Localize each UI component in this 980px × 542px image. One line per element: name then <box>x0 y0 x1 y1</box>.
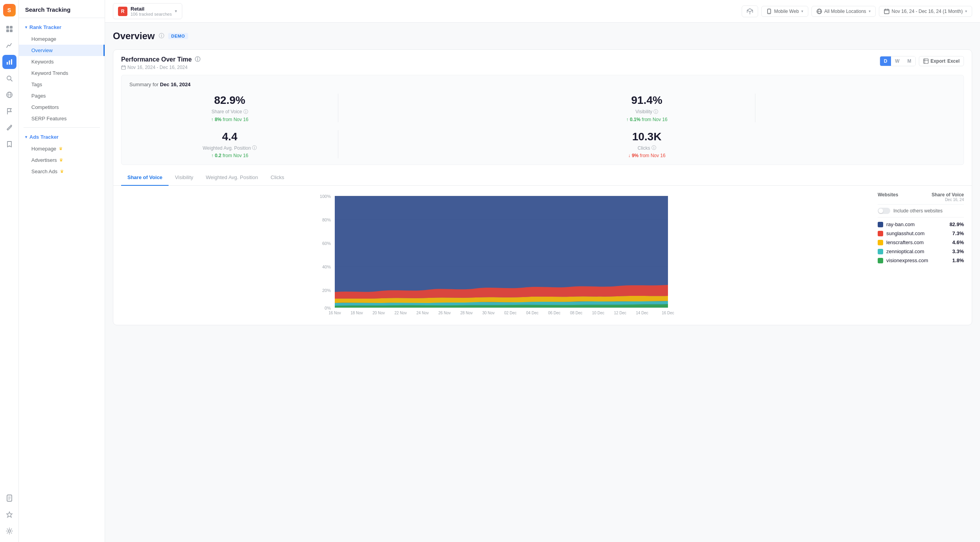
sidebar-item-tags[interactable]: Tags <box>19 79 105 90</box>
legend-share-label: Share of Voice <box>932 192 964 198</box>
svg-text:16 Nov: 16 Nov <box>328 311 341 315</box>
metric-change-visibility: ↑ 0.1% from Nov 16 <box>626 117 667 122</box>
date-range-selector[interactable]: Nov 16, 24 - Dec 16, 24 (1 Month) ▾ <box>879 6 972 17</box>
sidebar-item-pages[interactable]: Pages <box>19 90 105 102</box>
sidebar-item-label: Advertisers <box>31 157 57 163</box>
tab-share-of-voice[interactable]: Share of Voice <box>121 170 169 186</box>
period-btn-d[interactable]: D <box>880 56 891 66</box>
date-range-label: Nov 16, 24 - Dec 16, 24 (1 Month) <box>892 9 963 14</box>
rail-icon-globe[interactable] <box>2 88 16 102</box>
metric-value-sov: 82.9% <box>214 94 245 107</box>
rail-icon-star[interactable] <box>2 508 16 522</box>
legend-pct-rayban: 82.9% <box>949 221 964 227</box>
svg-text:04 Dec: 04 Dec <box>526 311 539 315</box>
svg-text:60%: 60% <box>322 241 331 246</box>
sidebar-item-label: Homepage <box>31 36 56 42</box>
sidebar-item-label: Pages <box>31 93 46 99</box>
legend-toggle: Include others websites <box>878 208 964 218</box>
summary-bar: Summary for Dec 16, 2024 82.9% Share of … <box>121 75 964 165</box>
svg-text:80%: 80% <box>322 218 331 222</box>
sidebar-item-ads-homepage[interactable]: Homepage ♛ <box>19 143 105 154</box>
rail-icon-doc[interactable] <box>2 491 16 505</box>
sidebar-item-label: SERP Features <box>31 116 67 121</box>
svg-rect-2 <box>6 29 9 32</box>
sidebar-item-label: Keyword Trends <box>31 70 68 76</box>
legend-site-zennioptical: zennioptical.com <box>886 248 924 254</box>
ads-tracker-header[interactable]: ▾ Ads Tracker <box>19 131 105 143</box>
legend-color-lenscrafters <box>878 240 883 245</box>
legend-item-visionexpress: visionexpress.com 1.8% <box>878 257 964 263</box>
rank-tracker-chevron: ▾ <box>25 25 27 29</box>
metric-value-visibility: 91.4% <box>631 94 662 107</box>
rail-icon-flag[interactable] <box>2 104 16 118</box>
crown-icon: ♛ <box>59 146 63 151</box>
device-chevron-icon: ▾ <box>801 9 803 13</box>
period-btn-w[interactable]: W <box>891 56 903 66</box>
svg-text:16 Dec: 16 Dec <box>662 311 674 315</box>
metric-visibility: 91.4% Visibility ⓘ ↑ 0.1% from Nov 16 <box>546 94 747 122</box>
device-selector[interactable]: Mobile Web ▾ <box>761 6 808 17</box>
toggle-include-others[interactable] <box>878 208 890 214</box>
device-label: Mobile Web <box>774 9 799 14</box>
chart-container: 100% 80% 60% 40% 20% 0% <box>121 192 870 319</box>
rail-icon-bookmark[interactable] <box>2 137 16 151</box>
rail-icon-dashboard[interactable] <box>2 22 16 36</box>
svg-rect-23 <box>884 9 889 14</box>
sidebar: Search Tracking ▾ Rank Tracker Homepage … <box>19 0 105 542</box>
card-title-area: Performance Over Time ⓘ Nov 16, 2024 - D… <box>121 56 200 70</box>
page-info-icon[interactable]: ⓘ <box>159 33 164 40</box>
svg-rect-0 <box>6 26 9 29</box>
sidebar-item-overview[interactable]: Overview <box>19 45 105 56</box>
metric-divider-3 <box>338 130 338 159</box>
wap-info-icon[interactable]: ⓘ <box>252 145 257 151</box>
legend-item-rayban: ray-ban.com 82.9% <box>878 221 964 227</box>
legend-color-visionexpress <box>878 258 883 263</box>
legend-date-label: Dec 16, 24 <box>932 198 964 202</box>
crown-icon: ♛ <box>60 169 64 174</box>
vis-info-icon[interactable]: ⓘ <box>653 109 658 115</box>
sov-info-icon[interactable]: ⓘ <box>243 109 248 115</box>
tab-visibility[interactable]: Visibility <box>169 170 200 186</box>
sidebar-item-label: Keywords <box>31 59 54 65</box>
rail-icon-search[interactable] <box>2 71 16 85</box>
metric-value-clicks: 10.3K <box>632 130 662 143</box>
sidebar-item-serp-features[interactable]: SERP Features <box>19 113 105 124</box>
period-btn-m[interactable]: M <box>904 56 915 66</box>
app-logo[interactable]: S <box>3 4 16 16</box>
sidebar-item-search-ads[interactable]: Search Ads ♛ <box>19 166 105 177</box>
clicks-info-icon[interactable]: ⓘ <box>652 145 656 151</box>
excel-label: Excel <box>947 58 960 64</box>
svg-rect-4 <box>7 62 8 65</box>
rail-icon-pencil[interactable] <box>2 121 16 135</box>
metric-divider-2 <box>755 94 755 122</box>
legend-pct-zennioptical: 3.3% <box>952 248 964 254</box>
summary-label: Summary for Dec 16, 2024 <box>129 82 956 87</box>
project-selector[interactable]: R Retail 106 tracked searches ▾ <box>113 3 182 19</box>
card-info-icon[interactable]: ⓘ <box>195 56 200 63</box>
legend-item-lenscrafters: lenscrafters.com 4.6% <box>878 239 964 245</box>
tab-clicks[interactable]: Clicks <box>264 170 290 186</box>
rail-icon-settings[interactable] <box>2 524 16 538</box>
rail-icon-analytics[interactable] <box>2 38 16 53</box>
rank-tracker-label: Rank Tracker <box>29 24 62 30</box>
sidebar-item-advertisers[interactable]: Advertisers ♛ <box>19 154 105 166</box>
project-name: Retail <box>131 6 172 12</box>
sidebar-item-keywords[interactable]: Keywords <box>19 56 105 67</box>
legend-pct-lenscrafters: 4.6% <box>952 239 964 245</box>
metric-change-clicks: ↓ 9% from Nov 16 <box>628 153 665 158</box>
project-info: Retail 106 tracked searches <box>131 6 172 16</box>
metric-change-sov: ↑ 8% from Nov 16 <box>211 117 248 122</box>
rail-icon-chart[interactable] <box>2 55 16 69</box>
page-title: Overview <box>113 31 155 42</box>
sidebar-item-competitors[interactable]: Competitors <box>19 102 105 113</box>
location-selector[interactable]: All Mobile Locations ▾ <box>811 6 876 17</box>
svg-rect-27 <box>122 66 125 69</box>
metric-share-of-voice: 82.9% Share of Voice ⓘ ↑ 8% from Nov 16 <box>129 94 330 122</box>
sidebar-item-keyword-trends[interactable]: Keyword Trends <box>19 67 105 79</box>
rank-tracker-header[interactable]: ▾ Rank Tracker <box>19 21 105 33</box>
export-excel-button[interactable]: Export Excel <box>919 56 964 66</box>
sidebar-item-homepage[interactable]: Homepage <box>19 33 105 45</box>
tab-weighted-avg-position[interactable]: Weighted Avg. Position <box>200 170 264 186</box>
summary-date: Dec 16, 2024 <box>160 82 191 87</box>
education-button[interactable] <box>742 5 758 17</box>
